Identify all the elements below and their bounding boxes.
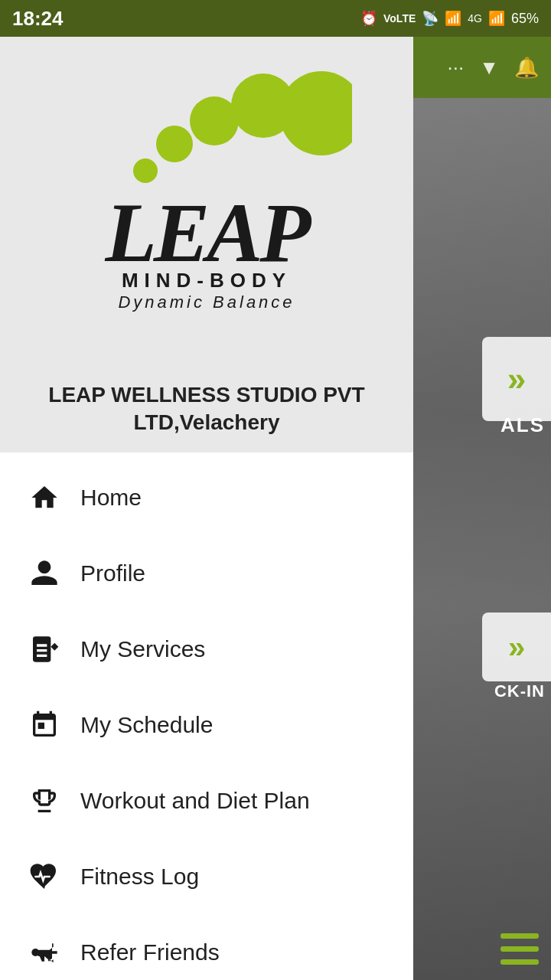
menu-line-3 [500, 959, 539, 965]
refer-icon [23, 932, 65, 974]
sidebar-item-label-refer: Refer Friends [80, 939, 220, 965]
menu-line-1 [500, 933, 539, 939]
sidebar-item-label-schedule: My Schedule [80, 712, 213, 738]
status-icons: ⏰ VoLTE 📡 📶 4G 📶 65% [360, 10, 539, 27]
svg-point-6 [31, 949, 39, 956]
sidebar-item-fitness-log[interactable]: Fitness Log [0, 839, 413, 915]
sidebar-item-label-workout: Workout and Diet Plan [80, 788, 310, 814]
sidebar-menu: Home Profile My Services [0, 452, 413, 980]
menu-line-2 [500, 946, 539, 952]
sidebar-item-my-schedule[interactable]: My Schedule [0, 688, 413, 763]
next-arrow-button-1[interactable]: » [482, 337, 551, 421]
leap-sub2-text: Dynamic Balance [61, 292, 352, 312]
logo-container: LEAP MIND-BODY Dynamic Balance [61, 52, 352, 358]
filter-icon[interactable]: ▼ [479, 56, 499, 80]
sidebar-item-label-fitness: Fitness Log [80, 864, 199, 890]
svg-point-0 [133, 158, 158, 183]
signal-icon: 📶 [445, 10, 461, 27]
chevron-right-icon-2: » [508, 630, 525, 665]
alarm-icon: ⏰ [360, 10, 377, 27]
profile-icon [23, 553, 65, 595]
bottom-menu-lines [500, 933, 551, 965]
sidebar-item-home[interactable]: Home [0, 460, 413, 536]
volte-icon: VoLTE [383, 12, 416, 24]
sidebar-item-label-profile: Profile [80, 560, 145, 586]
sidebar-item-profile[interactable]: Profile [0, 536, 413, 612]
svg-marker-5 [51, 643, 58, 651]
sidebar-item-workout-diet[interactable]: Workout and Diet Plan [0, 763, 413, 839]
top-toolbar: ··· ▼ 🔔 [409, 37, 551, 98]
more-icon[interactable]: ··· [448, 56, 465, 80]
sidebar-item-label-services: My Services [80, 636, 205, 662]
fitness-icon [23, 856, 65, 898]
company-name: LEAP WELLNESS STUDIO PVT LTD,Velachery [15, 381, 398, 437]
goals-label: ALS [500, 413, 551, 437]
sidebar-drawer: LEAP MIND-BODY Dynamic Balance LEAP WELL… [0, 37, 413, 980]
svg-point-4 [279, 71, 352, 155]
status-time: 18:24 [12, 7, 64, 31]
wifi-icon: 📡 [422, 10, 439, 27]
next-arrow-button-2[interactable]: » [482, 612, 551, 681]
sidebar-item-refer-friends[interactable]: Refer Friends [0, 915, 413, 980]
home-icon [23, 477, 65, 519]
leap-main-text: LEAP [61, 191, 352, 275]
trophy-icon [23, 780, 65, 822]
schedule-icon [23, 704, 65, 746]
sidebar-header: LEAP MIND-BODY Dynamic Balance LEAP WELL… [0, 37, 413, 452]
status-bar: 18:24 ⏰ VoLTE 📡 📶 4G 📶 65% [0, 0, 551, 37]
leap-text-container: LEAP MIND-BODY Dynamic Balance [61, 191, 352, 312]
checkin-label: CK-IN [494, 681, 551, 701]
svg-point-1 [156, 126, 193, 162]
sidebar-item-label-home: Home [80, 485, 142, 511]
battery-icon: 65% [511, 11, 539, 27]
signal-4g-icon: 4G [468, 12, 482, 24]
chevron-right-icon: » [507, 360, 526, 398]
sidebar-item-my-services[interactable]: My Services [0, 612, 413, 688]
services-icon [23, 629, 65, 671]
bell-icon[interactable]: 🔔 [514, 56, 539, 80]
signal2-icon: 📶 [488, 10, 505, 27]
